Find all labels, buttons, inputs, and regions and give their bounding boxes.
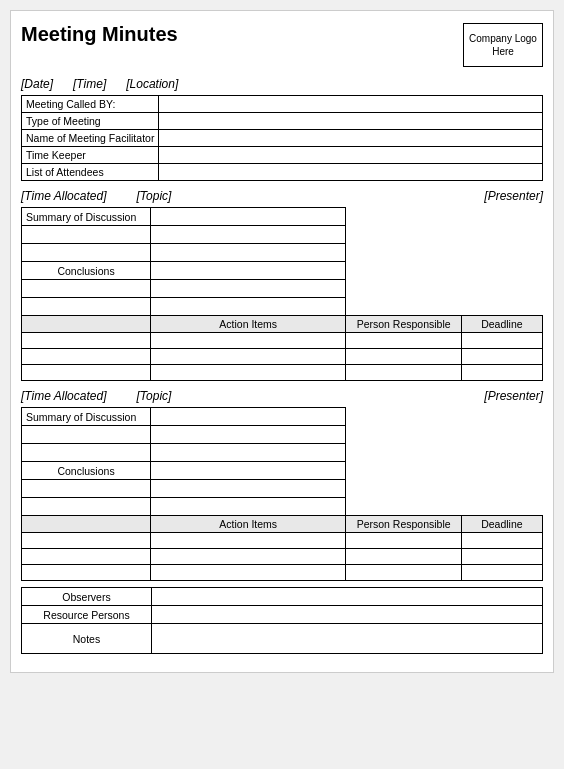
timekeeper-value[interactable] [159, 147, 543, 164]
section2-action-empty [22, 516, 151, 533]
section1-action-row2-col2[interactable] [151, 349, 346, 365]
section2-conc-empty-value[interactable] [151, 480, 346, 498]
section2-empty-label2 [22, 444, 151, 462]
table-row [22, 498, 543, 516]
table-row [22, 280, 543, 298]
section2-conc-empty-label2 [22, 498, 151, 516]
table-row: Type of Meeting [22, 113, 543, 130]
section2-action-row1-col1[interactable] [22, 533, 151, 549]
resource-persons-value[interactable] [152, 606, 543, 624]
section1-action-row1-col4[interactable] [461, 333, 542, 349]
type-of-meeting-value[interactable] [159, 113, 543, 130]
table-row [22, 244, 543, 262]
section1-action-row1-col1[interactable] [22, 333, 151, 349]
meeting-called-by-value[interactable] [159, 96, 543, 113]
table-row: Conclusions [22, 262, 543, 280]
section2-action-row3-col3[interactable] [346, 565, 461, 581]
page-title: Meeting Minutes [21, 23, 178, 46]
section1-empty-value2[interactable] [151, 244, 346, 262]
section2-empty-value[interactable] [151, 426, 346, 444]
header: Meeting Minutes Company Logo Here [21, 23, 543, 67]
section1-conclusions-value[interactable] [151, 262, 346, 280]
section1-table: Summary of Discussion Conclusions Action… [21, 207, 543, 381]
table-row [22, 298, 543, 316]
attendees-label: List of Attendees [22, 164, 159, 181]
section2-action-row2-col3[interactable] [346, 549, 461, 565]
section2-action-row1-col2[interactable] [151, 533, 346, 549]
time-label: [Time] [73, 77, 106, 91]
section1-action-row1-col2[interactable] [151, 333, 346, 349]
section1-action-row3-col1[interactable] [22, 365, 151, 381]
table-row [22, 549, 543, 565]
timekeeper-label: Time Keeper [22, 147, 159, 164]
section2-presenter: [Presenter] [484, 389, 543, 403]
table-row [22, 365, 543, 381]
section2-action-row3-col4[interactable] [461, 565, 542, 581]
section1-action-row3-col2[interactable] [151, 365, 346, 381]
section2-person-responsible-label: Person Responsible [346, 516, 461, 533]
section1-action-items-label: Action Items [151, 316, 346, 333]
section1-conc-empty-value2[interactable] [151, 298, 346, 316]
section1-empty-label2 [22, 244, 151, 262]
table-row: Notes [22, 624, 543, 654]
observers-value[interactable] [152, 588, 543, 606]
section2-time-allocated: [Time Allocated] [21, 389, 106, 403]
section2-conc-empty-value2[interactable] [151, 498, 346, 516]
section1-action-empty [22, 316, 151, 333]
table-row [22, 426, 543, 444]
section1-action-row1-col3[interactable] [346, 333, 461, 349]
table-row: List of Attendees [22, 164, 543, 181]
bottom-table: Observers Resource Persons Notes [21, 587, 543, 654]
location-label: [Location] [126, 77, 178, 91]
resource-persons-label: Resource Persons [22, 606, 152, 624]
attendees-value[interactable] [159, 164, 543, 181]
date-label: [Date] [21, 77, 53, 91]
table-row [22, 444, 543, 462]
table-row: Time Keeper [22, 147, 543, 164]
table-row [22, 349, 543, 365]
page: Meeting Minutes Company Logo Here [Date]… [10, 10, 554, 673]
section1-conclusions-label: Conclusions [22, 262, 151, 280]
section2-conclusions-value[interactable] [151, 462, 346, 480]
section1-action-row2-col3[interactable] [346, 349, 461, 365]
table-row [22, 565, 543, 581]
table-row: Observers [22, 588, 543, 606]
info-table: Meeting Called BY: Type of Meeting Name … [21, 95, 543, 181]
section1-header: [Time Allocated] [Topic] [Presenter] [21, 189, 543, 203]
section2-summary-value[interactable] [151, 408, 346, 426]
section2-action-row3-col2[interactable] [151, 565, 346, 581]
section2-action-row2-col1[interactable] [22, 549, 151, 565]
section1-action-row3-col3[interactable] [346, 365, 461, 381]
facilitator-label: Name of Meeting Facilitator [22, 130, 159, 147]
section2-conc-empty-label [22, 480, 151, 498]
section1-conc-empty-label [22, 280, 151, 298]
bottom-section: Observers Resource Persons Notes [21, 587, 543, 654]
type-of-meeting-label: Type of Meeting [22, 113, 159, 130]
table-row: Resource Persons [22, 606, 543, 624]
section1-person-responsible-label: Person Responsible [346, 316, 461, 333]
section1-presenter: [Presenter] [484, 189, 543, 203]
section2-action-row3-col1[interactable] [22, 565, 151, 581]
table-row: Meeting Called BY: [22, 96, 543, 113]
section1-deadline-label: Deadline [461, 316, 542, 333]
section2-action-header-row: Action Items Person Responsible Deadline [22, 516, 543, 533]
facilitator-value[interactable] [159, 130, 543, 147]
section1-conc-empty-value[interactable] [151, 280, 346, 298]
section2-action-row2-col2[interactable] [151, 549, 346, 565]
section2-action-row1-col4[interactable] [461, 533, 542, 549]
section1-empty-value[interactable] [151, 226, 346, 244]
section2-action-row1-col3[interactable] [346, 533, 461, 549]
section2-action-row2-col4[interactable] [461, 549, 542, 565]
table-row [22, 480, 543, 498]
section1-summary-value[interactable] [151, 208, 346, 226]
section2-empty-value2[interactable] [151, 444, 346, 462]
section1-action-row3-col4[interactable] [461, 365, 542, 381]
section1-action-row2-col4[interactable] [461, 349, 542, 365]
table-row [22, 226, 543, 244]
notes-value[interactable] [152, 624, 543, 654]
section2-summary-label: Summary of Discussion [22, 408, 151, 426]
section1-action-row2-col1[interactable] [22, 349, 151, 365]
section2-deadline-label: Deadline [461, 516, 542, 533]
table-row: Conclusions [22, 462, 543, 480]
company-logo: Company Logo Here [463, 23, 543, 67]
